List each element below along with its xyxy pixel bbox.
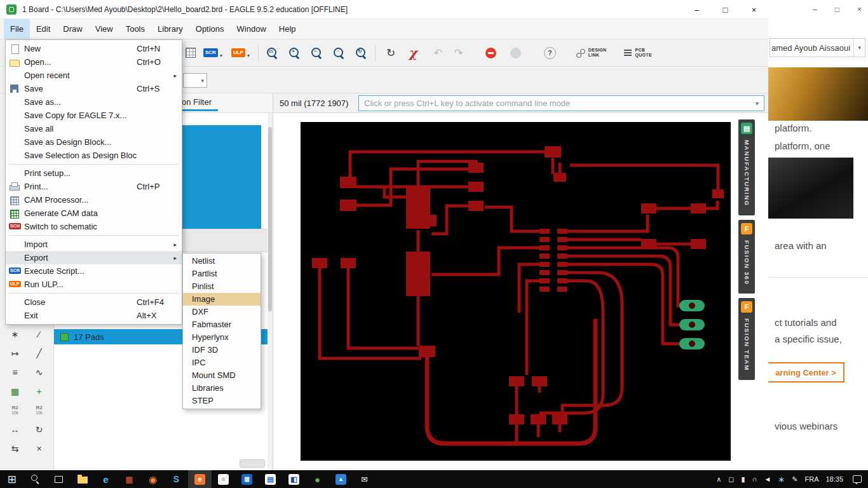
label-tool-icon[interactable]: R2 10k bbox=[3, 402, 27, 419]
design-link-button[interactable]: DESIGN LINK bbox=[576, 48, 607, 58]
run-ulp-button[interactable]: ULP bbox=[231, 48, 245, 57]
go-button[interactable] bbox=[510, 48, 521, 58]
file-explorer-icon[interactable] bbox=[71, 470, 94, 488]
manufacturing-tab[interactable]: ▤ MANUFACTURING bbox=[738, 119, 755, 215]
battery-icon[interactable]: ▮ bbox=[741, 476, 745, 483]
scr-dropdown-caret[interactable]: ▾ bbox=[220, 53, 222, 58]
submenu-item-idf-3d[interactable]: IDF 3D bbox=[183, 344, 261, 356]
menu-item-save-copy[interactable]: Save Copy for EAGLE 7.x... bbox=[6, 109, 182, 122]
menu-separator[interactable] bbox=[6, 233, 182, 238]
submenu-item-partlist[interactable]: Partlist bbox=[183, 268, 261, 280]
menu-item-open-recent[interactable]: Open recent ▸ bbox=[6, 69, 182, 82]
menu-item-open[interactable]: Open... Ctrl+O bbox=[6, 55, 182, 69]
move-tool-icon[interactable]: ↔ bbox=[3, 421, 27, 438]
submenu-item-fabmaster[interactable]: Fabmaster bbox=[183, 318, 261, 331]
submenu-item-pinlist[interactable]: Pinlist bbox=[183, 280, 261, 293]
menu-item-switch-to-schematic[interactable]: Switch to schematic bbox=[6, 220, 182, 233]
menu-item-export[interactable]: Export ▸ bbox=[6, 251, 182, 264]
menu-item-print-setup[interactable]: Print setup... bbox=[6, 166, 182, 180]
menu-item-save-all[interactable]: Save all bbox=[6, 122, 182, 135]
value-tool-icon[interactable]: R2 10k bbox=[27, 402, 51, 419]
menu-separator[interactable] bbox=[6, 291, 182, 295]
mail-app-icon[interactable]: ✉ bbox=[353, 470, 376, 488]
word-doc-icon[interactable]: ▤ bbox=[259, 470, 282, 488]
code-app-icon[interactable]: ◧ bbox=[282, 470, 306, 488]
signal-tool-icon[interactable]: ≡ bbox=[3, 363, 27, 381]
menu-item-save-selection-as-design-block[interactable]: Save Selection as Design Block... bbox=[6, 149, 182, 162]
redo-button[interactable]: ↷ bbox=[454, 48, 463, 58]
close-button[interactable]: × bbox=[857, 5, 862, 14]
menu-item-exit[interactable]: Exit Alt+X bbox=[6, 309, 182, 322]
skype-icon[interactable]: S bbox=[165, 470, 188, 488]
green-app-icon[interactable]: ● bbox=[306, 470, 329, 488]
menu-item-new[interactable]: New Ctrl+N bbox=[6, 42, 182, 55]
panel-scrollbar[interactable] bbox=[268, 113, 273, 470]
learning-center-button[interactable]: arning Center > bbox=[768, 362, 844, 383]
polygon-tool-icon[interactable]: ▦ bbox=[3, 383, 27, 400]
mirror-tool-icon[interactable]: ⇆ bbox=[3, 440, 27, 458]
help-button[interactable]: ? bbox=[544, 47, 556, 59]
zoom-fit-button[interactable]: ▭ bbox=[267, 48, 278, 58]
menubar-file[interactable]: File bbox=[4, 19, 30, 39]
language-indicator[interactable]: FRA bbox=[804, 475, 818, 483]
menu-item-import[interactable]: Import ▸ bbox=[6, 238, 182, 251]
close-button[interactable]: × bbox=[740, 0, 768, 19]
stop-button[interactable] bbox=[485, 48, 496, 58]
eagle-taskbar-icon[interactable]: e bbox=[188, 470, 212, 488]
menubar-library[interactable]: Library bbox=[151, 19, 189, 39]
ratsnest-tool-icon[interactable]: ∗ bbox=[3, 325, 27, 343]
zoom-out-button[interactable]: − bbox=[311, 48, 322, 58]
command-line-input[interactable]: Click or press Ctrl+L key to activate co… bbox=[358, 95, 764, 111]
board-canvas[interactable] bbox=[273, 113, 738, 470]
menubar-tools[interactable]: Tools bbox=[119, 19, 151, 39]
menu-item-save-as[interactable]: Save as... bbox=[6, 95, 182, 109]
hidden-icons-chevron[interactable]: ∧ bbox=[716, 476, 721, 483]
menubar-edit[interactable]: Edit bbox=[30, 19, 57, 39]
submenu-item-image[interactable]: Image bbox=[183, 293, 261, 306]
menu-item-execute-script[interactable]: Execute Script... bbox=[6, 264, 182, 278]
task-view-button[interactable] bbox=[47, 470, 71, 488]
via-tool-icon[interactable]: + bbox=[27, 383, 51, 400]
info-tool-icon[interactable]: ↦ bbox=[3, 344, 27, 362]
menu-separator[interactable] bbox=[6, 162, 182, 166]
edge-icon[interactable]: e bbox=[94, 470, 118, 488]
menubar-view[interactable]: View bbox=[89, 19, 119, 39]
arc-tool-icon[interactable]: ∿ bbox=[27, 363, 51, 381]
office-app-icon[interactable]: ▦ bbox=[118, 470, 141, 488]
command-dropdown-caret[interactable]: ▾ bbox=[756, 100, 759, 107]
submenu-item-libraries[interactable]: Libraries bbox=[183, 382, 261, 395]
menu-item-close[interactable]: Close Ctrl+F4 bbox=[6, 295, 182, 309]
delete-tool-icon[interactable]: × bbox=[27, 440, 51, 458]
maximize-button[interactable]: □ bbox=[711, 0, 740, 19]
menubar-options[interactable]: Options bbox=[189, 19, 231, 39]
photos-app-icon[interactable]: ▲ bbox=[329, 470, 353, 488]
submenu-item-ipc[interactable]: IPC bbox=[183, 356, 261, 369]
zoom-select-button[interactable]: ▫ bbox=[334, 48, 344, 58]
start-button[interactable]: ⊞ bbox=[0, 470, 24, 488]
ripup-tool-icon[interactable]: ∕ bbox=[27, 325, 51, 343]
clock[interactable]: 18:35 bbox=[825, 475, 843, 483]
menu-item-save[interactable]: Save Ctrl+S bbox=[6, 82, 182, 95]
ulp-dropdown-caret[interactable]: ▾ bbox=[247, 53, 250, 58]
redraw-button[interactable]: ↻ bbox=[356, 48, 367, 58]
pen-icon[interactable]: ✎ bbox=[792, 476, 797, 483]
sync-icon[interactable]: ∗ bbox=[778, 475, 785, 484]
menu-item-print[interactable]: Print... Ctrl+P bbox=[6, 180, 182, 193]
submenu-item-step[interactable]: STEP bbox=[183, 395, 261, 407]
submenu-item-dxf[interactable]: DXF bbox=[183, 306, 261, 318]
menu-item-save-as-design-block[interactable]: Save as Design Block... bbox=[6, 135, 182, 149]
grid-button[interactable] bbox=[186, 48, 196, 58]
menubar-help[interactable]: Help bbox=[273, 19, 302, 39]
wifi-icon[interactable]: ∩ bbox=[752, 476, 757, 483]
zoom-in-button[interactable]: + bbox=[289, 48, 300, 58]
menu-item-run-ulp[interactable]: Run ULP... bbox=[6, 278, 182, 291]
rotate-tool-icon[interactable]: ↻ bbox=[27, 421, 51, 438]
maximize-button[interactable]: □ bbox=[835, 5, 839, 14]
scrollbar-thumb[interactable] bbox=[268, 127, 272, 311]
undo-button[interactable]: ↶ bbox=[433, 48, 442, 58]
execute-script-button[interactable]: SCR bbox=[203, 48, 218, 57]
line-tool-icon[interactable]: ╱ bbox=[27, 344, 51, 362]
volume-icon[interactable]: ◄ bbox=[764, 476, 771, 483]
display-icon[interactable]: ◻ bbox=[728, 476, 734, 483]
minimize-button[interactable]: – bbox=[813, 5, 817, 14]
